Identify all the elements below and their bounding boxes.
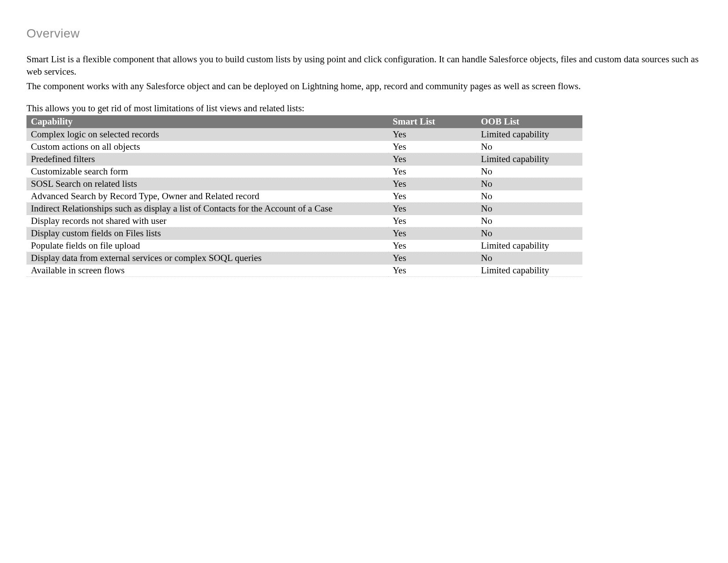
cell-capability: Predefined filters bbox=[26, 153, 388, 166]
table-row: Custom actions on all objectsYesNo bbox=[26, 141, 582, 153]
cell-smart-list: Yes bbox=[388, 227, 477, 240]
cell-capability: Available in screen flows bbox=[26, 264, 388, 277]
cell-oob-list: Limited capability bbox=[477, 153, 582, 166]
intro-paragraph-2: The component works with any Salesforce … bbox=[26, 80, 702, 92]
table-row: Display data from external services or c… bbox=[26, 252, 582, 264]
table-intro: This allows you to get rid of most limit… bbox=[26, 102, 702, 114]
cell-oob-list: No bbox=[477, 178, 582, 190]
table-row: Available in screen flowsYesLimited capa… bbox=[26, 264, 582, 277]
cell-smart-list: Yes bbox=[388, 190, 477, 203]
cell-smart-list: Yes bbox=[388, 153, 477, 166]
cell-smart-list: Yes bbox=[388, 166, 477, 178]
cell-oob-list: No bbox=[477, 215, 582, 227]
cell-smart-list: Yes bbox=[388, 264, 477, 277]
cell-oob-list: No bbox=[477, 141, 582, 153]
table-row: Predefined filtersYesLimited capability bbox=[26, 153, 582, 166]
cell-smart-list: Yes bbox=[388, 178, 477, 190]
cell-capability: Complex logic on selected records bbox=[26, 128, 388, 141]
table-row: Display custom fields on Files listsYesN… bbox=[26, 227, 582, 240]
cell-capability: Indirect Relationships such as display a… bbox=[26, 203, 388, 215]
table-header-row: Capability Smart List OOB List bbox=[26, 115, 582, 128]
cell-capability: Custom actions on all objects bbox=[26, 141, 388, 153]
cell-smart-list: Yes bbox=[388, 128, 477, 141]
cell-oob-list: No bbox=[477, 190, 582, 203]
cell-capability: Advanced Search by Record Type, Owner an… bbox=[26, 190, 388, 203]
cell-oob-list: No bbox=[477, 252, 582, 264]
table-row: Populate fields on file uploadYesLimited… bbox=[26, 240, 582, 252]
header-capability: Capability bbox=[26, 115, 388, 128]
cell-smart-list: Yes bbox=[388, 203, 477, 215]
cell-capability: Display data from external services or c… bbox=[26, 252, 388, 264]
table-row: Indirect Relationships such as display a… bbox=[26, 203, 582, 215]
cell-smart-list: Yes bbox=[388, 141, 477, 153]
cell-smart-list: Yes bbox=[388, 252, 477, 264]
cell-capability: SOSL Search on related lists bbox=[26, 178, 388, 190]
capability-table: Capability Smart List OOB List Complex l… bbox=[26, 115, 582, 277]
cell-capability: Customizable search form bbox=[26, 166, 388, 178]
cell-oob-list: No bbox=[477, 166, 582, 178]
header-oob-list: OOB List bbox=[477, 115, 582, 128]
page-heading: Overview bbox=[26, 26, 702, 41]
intro-paragraph-1: Smart List is a flexible component that … bbox=[26, 53, 702, 78]
cell-oob-list: No bbox=[477, 203, 582, 215]
cell-oob-list: No bbox=[477, 227, 582, 240]
table-row: Customizable search formYesNo bbox=[26, 166, 582, 178]
header-smart-list: Smart List bbox=[388, 115, 477, 128]
table-row: Complex logic on selected recordsYesLimi… bbox=[26, 128, 582, 141]
cell-capability: Display records not shared with user bbox=[26, 215, 388, 227]
cell-smart-list: Yes bbox=[388, 240, 477, 252]
cell-capability: Display custom fields on Files lists bbox=[26, 227, 388, 240]
table-row: Display records not shared with userYesN… bbox=[26, 215, 582, 227]
cell-capability: Populate fields on file upload bbox=[26, 240, 388, 252]
cell-oob-list: Limited capability bbox=[477, 240, 582, 252]
cell-oob-list: Limited capability bbox=[477, 264, 582, 277]
cell-oob-list: Limited capability bbox=[477, 128, 582, 141]
table-row: SOSL Search on related listsYesNo bbox=[26, 178, 582, 190]
table-row: Advanced Search by Record Type, Owner an… bbox=[26, 190, 582, 203]
cell-smart-list: Yes bbox=[388, 215, 477, 227]
